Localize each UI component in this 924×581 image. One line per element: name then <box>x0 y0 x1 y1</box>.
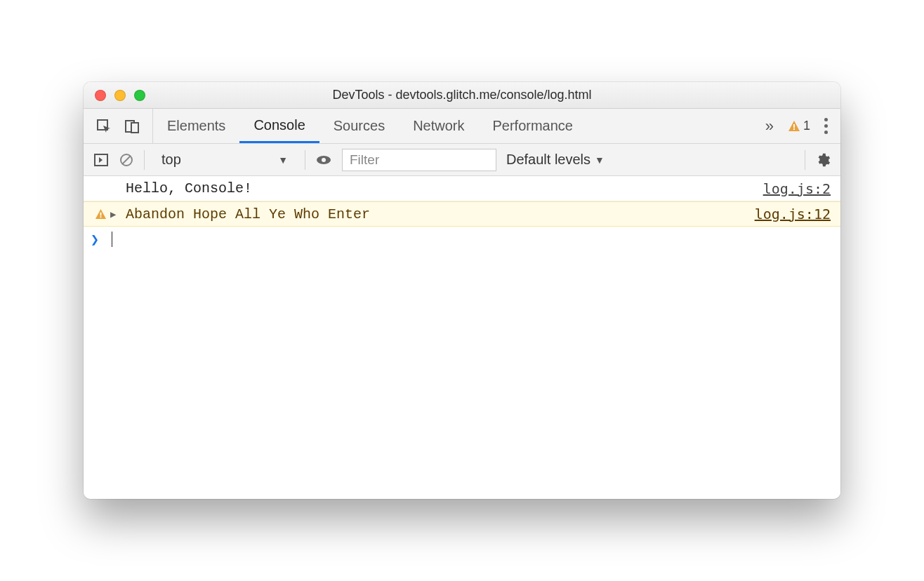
live-expression-icon[interactable] <box>315 152 332 168</box>
dropdown-triangle-icon: ▼ <box>595 154 605 166</box>
inspect-element-icon[interactable] <box>96 119 112 134</box>
dropdown-triangle-icon: ▼ <box>278 154 288 166</box>
levels-label: Default levels <box>506 152 590 168</box>
tab-elements[interactable]: Elements <box>153 109 239 143</box>
more-options-button[interactable] <box>824 118 828 134</box>
filter-input[interactable] <box>342 149 496 171</box>
svg-rect-3 <box>793 124 795 128</box>
source-link[interactable]: log.js:2 <box>763 180 831 197</box>
devtools-window: DevTools - devtools.glitch.me/console/lo… <box>84 82 840 499</box>
separator <box>144 150 145 170</box>
separator <box>305 150 305 170</box>
svg-rect-2 <box>131 123 138 133</box>
row-gutter <box>91 208 110 220</box>
tab-network[interactable]: Network <box>399 109 478 143</box>
traffic-lights <box>95 90 145 101</box>
tab-console[interactable]: Console <box>239 109 319 143</box>
window-minimize-button[interactable] <box>114 90 126 101</box>
console-output: Hello, Console!log.js:2▶Abandon Hope All… <box>84 176 840 499</box>
execution-context-select[interactable]: top ▼ <box>154 149 295 171</box>
console-warn-row: ▶Abandon Hope All Ye Who Enterlog.js:12 <box>84 201 840 227</box>
svg-line-7 <box>122 156 131 164</box>
svg-point-9 <box>322 158 326 162</box>
input-caret <box>112 232 112 247</box>
devtools-tabbar: ElementsConsoleSourcesNetworkPerformance… <box>84 109 840 144</box>
panel-tabs: ElementsConsoleSourcesNetworkPerformance <box>153 109 753 143</box>
warning-icon <box>788 120 800 133</box>
window-titlebar: DevTools - devtools.glitch.me/console/lo… <box>84 82 840 109</box>
warning-icon <box>95 208 107 220</box>
disclosure-triangle-icon[interactable]: ▶ <box>110 208 123 220</box>
tabbar-right: » 1 <box>753 109 840 143</box>
console-prompt[interactable]: ❯ <box>84 227 840 252</box>
toggle-sidebar-icon[interactable] <box>93 152 109 168</box>
console-log-row: Hello, Console!log.js:2 <box>84 176 840 201</box>
log-message: Abandon Hope All Ye Who Enter <box>123 206 755 222</box>
log-levels-select[interactable]: Default levels ▼ <box>506 152 605 168</box>
svg-rect-4 <box>793 128 795 130</box>
svg-rect-11 <box>100 216 101 218</box>
tab-performance[interactable]: Performance <box>479 109 588 143</box>
console-settings-icon[interactable] <box>815 152 831 168</box>
window-close-button[interactable] <box>95 90 106 101</box>
source-link[interactable]: log.js:12 <box>755 206 831 222</box>
separator <box>805 150 805 170</box>
svg-rect-10 <box>100 212 101 215</box>
console-toolbar: top ▼ Default levels ▼ <box>84 144 840 176</box>
inspect-tools <box>84 109 153 143</box>
issues-warning-badge[interactable]: 1 <box>788 119 810 133</box>
more-tabs-button[interactable]: » <box>765 117 774 135</box>
context-label: top <box>161 152 181 168</box>
prompt-chevron-icon: ❯ <box>91 231 109 248</box>
device-toolbar-icon[interactable] <box>124 119 140 134</box>
window-zoom-button[interactable] <box>134 90 145 101</box>
log-message: Hello, Console! <box>123 180 763 196</box>
warning-count: 1 <box>803 119 810 133</box>
clear-console-icon[interactable] <box>119 152 134 168</box>
tab-sources[interactable]: Sources <box>319 109 399 143</box>
window-title: DevTools - devtools.glitch.me/console/lo… <box>84 88 840 102</box>
